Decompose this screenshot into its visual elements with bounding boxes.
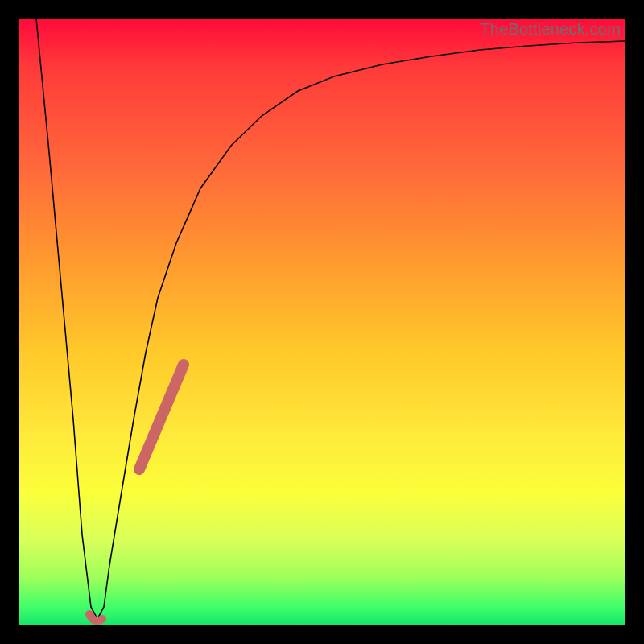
plot-area: TheBottleneck.com xyxy=(19,19,625,625)
chart-frame: TheBottleneck.com xyxy=(0,0,644,644)
chart-svg xyxy=(19,19,625,625)
bottleneck-curve xyxy=(36,19,625,619)
highlight-segment xyxy=(139,365,184,469)
